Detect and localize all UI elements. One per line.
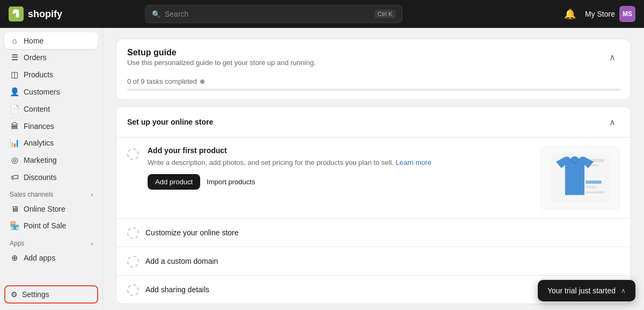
setup-guide-title: Setup guide [127,48,316,57]
task-title-domain: Add a custom domain [145,257,218,265]
progress-bar [127,89,620,91]
trial-text: Your trial just started [547,286,616,295]
customers-icon: 👤 [10,87,19,97]
setup-guide-title-block: Setup guide Use this personalized guide … [127,48,316,67]
sidebar-item-label: Home [24,37,43,45]
sidebar-item-label: Finances [24,122,54,131]
sidebar-item-add-apps[interactable]: ⊕ Add apps [4,249,98,266]
topbar: shopify 🔍 Search Ctrl K 🔔 My Store MS [0,0,644,28]
svg-rect-5 [586,186,596,188]
add-product-button[interactable]: Add product [148,174,200,190]
topbar-right: 🔔 My Store MS [561,5,635,23]
online-store-section-card: Set up your online store ∧ Add your firs… [116,106,631,304]
sidebar-item-label: Content [24,105,50,113]
task-title-customize: Customize your online store [145,228,239,237]
setup-guide-header: Setup guide Use this personalized guide … [116,39,631,75]
task-actions: Add product Import products [148,174,532,190]
sidebar-item-products[interactable]: ◫ Products [4,66,98,83]
search-icon: 🔍 [152,10,160,18]
setup-guide-subtitle: Use this personalized guide to get your … [127,59,316,67]
task-add-first-product: Add your first product Write a descripti… [116,137,631,218]
avatar: MS [619,6,635,22]
settings-icon: ⚙ [11,290,18,299]
product-illustration [540,146,620,210]
sidebar: ⌂ Home ☰ Orders ◫ Products 👤 Customers 📄… [0,28,103,310]
sidebar-item-label: Analytics [24,139,54,147]
progress-section: 0 of 9 tasks completed [116,75,631,99]
home-icon: ⌂ [10,36,19,45]
chevron-right-icon: › [91,191,93,198]
sidebar-item-customers[interactable]: 👤 Customers [4,83,98,100]
task-add-domain[interactable]: Add a custom domain [116,247,631,275]
online-store-section-title: Set up your online store [127,118,213,126]
apps-section: Apps › [4,234,98,249]
sidebar-item-home[interactable]: ⌂ Home [4,32,98,49]
main-layout: ⌂ Home ☰ Orders ◫ Products 👤 Customers 📄… [0,28,644,310]
marketing-icon: ◎ [10,155,19,165]
sidebar-item-marketing[interactable]: ◎ Marketing [4,152,98,169]
task-content-add-product: Add your first product Write a descripti… [148,146,532,210]
sidebar-item-label: Discounts [24,173,56,182]
svg-rect-4 [586,181,602,184]
search-placeholder: Search [165,10,188,18]
task-circle-featured [127,148,139,160]
search-bar[interactable]: 🔍 Search Ctrl K [145,5,402,23]
sidebar-item-label: Customers [24,88,60,96]
progress-dot-icon [200,80,204,84]
setup-guide-collapse-button[interactable]: ∧ [605,50,620,65]
store-name: My Store [585,10,615,18]
analytics-icon: 📊 [10,138,19,148]
trial-banner[interactable]: Your trial just started ∧ [538,280,635,301]
trial-chevron-icon: ∧ [621,287,626,294]
task-customize-store[interactable]: Customize your online store [116,218,631,247]
sidebar-item-label: Marketing [24,156,56,164]
online-store-collapse-button[interactable]: ∧ [605,114,620,129]
task-circle-customize [127,227,139,239]
sidebar-item-label: Products [24,70,53,79]
online-store-section-header[interactable]: Set up your online store ∧ [116,107,631,137]
settings-label: Settings [22,290,49,299]
pos-icon: 🏪 [10,221,19,230]
sidebar-item-point-of-sale[interactable]: 🏪 Point of Sale [4,217,98,234]
setup-guide-card: Setup guide Use this personalized guide … [116,39,631,100]
add-apps-icon: ⊕ [10,253,19,263]
sidebar-item-label: Point of Sale [24,221,66,230]
learn-more-link[interactable]: Learn more [396,158,431,167]
svg-rect-6 [586,191,604,193]
shopify-logo: shopify [9,6,62,21]
keyboard-shortcut: Ctrl K [375,10,396,18]
sales-channels-section: Sales channels › [4,185,98,200]
content-icon: 📄 [10,104,19,114]
sidebar-item-finances[interactable]: 🏛 Finances [4,118,98,134]
sidebar-item-label: Orders [24,53,47,62]
sidebar-item-label: Online Store [24,205,65,213]
logo-text: shopify [28,9,62,20]
discounts-icon: 🏷 [10,172,19,182]
main-content: Setup guide Use this personalized guide … [103,28,644,310]
chevron-right-icon-apps: › [91,240,93,247]
sidebar-item-orders[interactable]: ☰ Orders [4,49,98,66]
task-circle-sharing [127,284,139,296]
svg-rect-0 [9,6,24,21]
task-circle-domain [127,256,139,268]
progress-label: 0 of 9 tasks completed [127,77,620,85]
finances-icon: 🏛 [10,121,19,131]
task-title-sharing: Add sharing details [145,285,209,294]
online-store-icon: 🖥 [10,204,19,213]
sidebar-item-analytics[interactable]: 📊 Analytics [4,134,98,152]
import-products-button[interactable]: Import products [204,174,257,190]
store-button[interactable]: My Store MS [585,6,635,22]
sidebar-item-online-store[interactable]: 🖥 Online Store [4,200,98,217]
sidebar-item-label: Add apps [24,254,55,262]
products-icon: ◫ [10,70,19,80]
orders-icon: ☰ [10,53,19,62]
notification-button[interactable]: 🔔 [561,5,579,23]
sidebar-item-settings[interactable]: ⚙ Settings [4,285,98,304]
task-desc-add-product: Write a description, add photos, and set… [148,158,532,168]
sidebar-item-discounts[interactable]: 🏷 Discounts [4,169,98,185]
task-title-add-product: Add your first product [148,146,532,155]
sidebar-item-content[interactable]: 📄 Content [4,100,98,118]
